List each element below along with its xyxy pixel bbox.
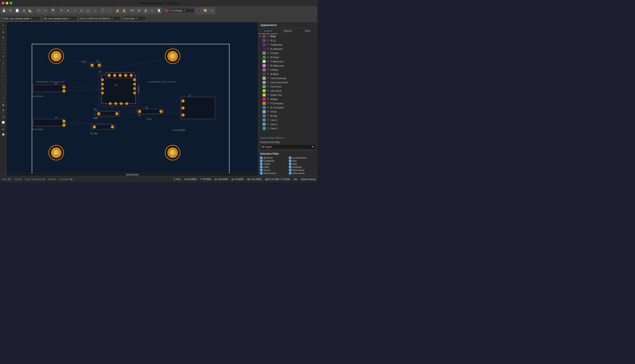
save-button[interactable]: 💾 — [1, 8, 7, 14]
layer-visibility-toggle[interactable]: 👁 — [267, 64, 270, 67]
layer-item-f-fab[interactable]: 👁 F.Fab — [258, 110, 318, 114]
layer-visibility-toggle[interactable]: 👁 — [267, 98, 270, 101]
via-size-select[interactable]: Via: use netclass sizes ▼ — [42, 16, 78, 21]
print-button[interactable]: 🖨 — [21, 8, 27, 14]
horizontal-scrollbar[interactable] — [7, 173, 258, 176]
add-footprint-tool[interactable]: ✛ — [1, 54, 6, 59]
properties-button[interactable]: ≡ — [209, 8, 215, 14]
layer-visibility-toggle[interactable]: 👁 — [267, 72, 270, 76]
route-single-button[interactable]: ╱ — [100, 8, 106, 14]
layer-visibility-toggle[interactable]: 👁 — [267, 39, 270, 42]
route-diff-button[interactable]: ⋱ — [106, 8, 113, 14]
active-layer-select[interactable]: F.Cu (PgUp) ▼ — [168, 8, 195, 13]
redo-button[interactable]: ↪ — [42, 8, 48, 14]
layer-item-f-paste[interactable]: 👁 F.Paste — [258, 51, 318, 55]
layer-visibility-toggle[interactable]: 👁 — [267, 56, 270, 59]
mounting-hole-br[interactable]: 1 — [165, 145, 180, 160]
layer-visibility-toggle[interactable]: 👁 — [267, 123, 270, 126]
track-width-select[interactable]: Track: use netclass width ▼ — [1, 16, 41, 21]
fab-button[interactable]: ⚙ — [8, 8, 14, 14]
layer-visibility-toggle[interactable]: 👁 — [267, 94, 270, 96]
layer-visibility-toggle[interactable]: 👁 — [267, 77, 270, 80]
scroll-thumb[interactable] — [126, 174, 139, 176]
layer-visibility-toggle[interactable]: 👁 — [267, 85, 270, 88]
layer-item-user-3[interactable]: 👁 User.3 — [258, 126, 318, 130]
layer-visibility-toggle[interactable]: 👁 — [267, 60, 270, 63]
sf-checkbox[interactable]: ✓ — [260, 160, 263, 162]
minimize-button[interactable] — [6, 2, 9, 4]
layer-visibility-toggle[interactable]: 👁 — [267, 68, 270, 72]
zoom-out-button[interactable]: − — [72, 8, 78, 14]
sf-checkbox[interactable]: ✓ — [289, 156, 291, 159]
sf-checkbox[interactable]: ✓ — [289, 162, 291, 165]
mounting-hole-bl[interactable]: 1 — [49, 145, 64, 160]
plot-button[interactable]: 📐 — [27, 8, 34, 14]
layer-item-b-adhesive[interactable]: 👁 B.Adhesive — [258, 47, 318, 51]
unlock-button[interactable]: 🔓 — [121, 8, 127, 14]
layer-item-user-comments[interactable]: 👁 User.Comments — [258, 80, 318, 84]
local-ratsnest-tool[interactable]: ⊗ — [1, 35, 6, 40]
sf-checkbox[interactable]: ✓ — [260, 162, 263, 165]
sf-checkbox[interactable]: ✓ — [260, 166, 263, 168]
draw-line-tool[interactable]: ─ — [1, 73, 6, 78]
tab-objects[interactable]: Objects — [278, 28, 298, 34]
layer-item-f-cu[interactable]: ▶ 👁 F.Cu — [258, 34, 318, 38]
sf-checkbox[interactable]: ✓ — [289, 172, 291, 174]
layer-item-user-drawings[interactable]: 👁 User.Drawings — [258, 76, 318, 80]
layer-item-edge-cuts[interactable]: 👁 Edge.Cuts — [258, 93, 318, 97]
dimension-tool[interactable]: ⊣ — [1, 47, 6, 52]
layer-visibility-toggle[interactable]: 👁 — [267, 110, 270, 113]
route-track-tool[interactable]: ╱ — [1, 61, 6, 66]
layer-visibility-toggle[interactable]: 👁 — [267, 127, 270, 130]
sf-checkbox[interactable]: ✓ — [289, 169, 291, 172]
rule-area-tool[interactable]: ⬜ — [1, 120, 6, 125]
layer-visibility-toggle[interactable]: 👁 — [267, 89, 270, 92]
appearance-button[interactable]: 🎨 — [202, 8, 208, 14]
undo-button[interactable]: ↩ — [36, 8, 42, 14]
layer-visibility-toggle[interactable]: 👁 — [267, 52, 270, 55]
grid-select[interactable]: Grid: 0.1000 mm (0.0039 in) ▼ — [79, 16, 121, 21]
layer-item-f-courtyard[interactable]: 👁 F.Courtyard — [258, 101, 318, 105]
draw-arc-tool[interactable]: ⌒ — [1, 78, 6, 83]
sf-checkbox[interactable]: ✓ — [289, 160, 291, 162]
layer-item-f-adhesive[interactable]: 👁 F.Adhesive — [258, 42, 318, 47]
layer-visibility-toggle[interactable]: 👁 — [267, 118, 270, 122]
add-text-tool[interactable]: T — [1, 96, 6, 100]
tab-layers[interactable]: Layers — [258, 28, 278, 34]
footprint-button[interactable]: ⊞ — [136, 8, 142, 14]
add-via-tool[interactable]: ◉ — [1, 102, 6, 107]
search-button[interactable]: 🔍 — [50, 8, 57, 14]
zoom-in-button[interactable]: + — [65, 8, 71, 14]
layer-item-f-silkscreen[interactable]: 👁 F.Silkscreen — [258, 59, 318, 64]
select-tool[interactable]: ↖ — [1, 23, 6, 28]
zoom-select[interactable]: Zoom Auto ▼ — [122, 16, 146, 21]
pad-tool[interactable]: ⊞ — [1, 108, 6, 112]
zoom-fit-button[interactable]: ⊡ — [78, 8, 85, 14]
highlight-button[interactable]: ⬛ — [196, 8, 202, 14]
layer-visibility-toggle[interactable]: 👁 — [267, 102, 270, 105]
tab-nets[interactable]: Nets — [298, 28, 318, 34]
layer-item-b-silkscreen[interactable]: 👁 B.Silkscreen — [258, 64, 318, 68]
presets-select[interactable]: All Layers ▼ — [260, 144, 316, 150]
scripting-button[interactable]: 📜 — [156, 8, 162, 14]
layer-item-user-1[interactable]: 👁 User.1 — [258, 118, 318, 122]
lock-button[interactable]: 🔒 — [115, 8, 121, 14]
drc-button[interactable]: DRC — [129, 8, 135, 14]
refresh-button[interactable]: ↻ — [59, 8, 65, 14]
scripting-console[interactable]: ≫ — [1, 127, 6, 132]
page-button[interactable]: 📄 — [14, 8, 20, 14]
layer-visibility-toggle[interactable]: 👁 — [267, 81, 270, 84]
zoom-prev-button[interactable]: ◁ — [92, 8, 98, 14]
zone-tool[interactable]: ⬛ — [1, 114, 6, 120]
layer-item-b-mask[interactable]: 👁 B.Mask — [258, 72, 318, 76]
sf-checkbox[interactable]: ✓ — [260, 169, 263, 172]
net-inspector-button[interactable]: 🔬 — [143, 8, 149, 14]
highlight-net-tool[interactable]: ⊕ — [1, 30, 6, 34]
mounting-hole-tr[interactable]: 1 — [165, 48, 180, 64]
layer-item-user-2[interactable]: 👁 User.2 — [258, 122, 318, 126]
layer-item-b-fab[interactable]: 👁 B.Fab — [258, 114, 318, 118]
layer-item-user-eco1[interactable]: 👁 User.Eco1 — [258, 84, 318, 88]
zoom-area-button[interactable]: ◫ — [85, 8, 91, 14]
layer-visibility-toggle[interactable]: 👁 — [267, 106, 270, 109]
mounting-hole-tl[interactable]: 1 — [49, 48, 64, 64]
